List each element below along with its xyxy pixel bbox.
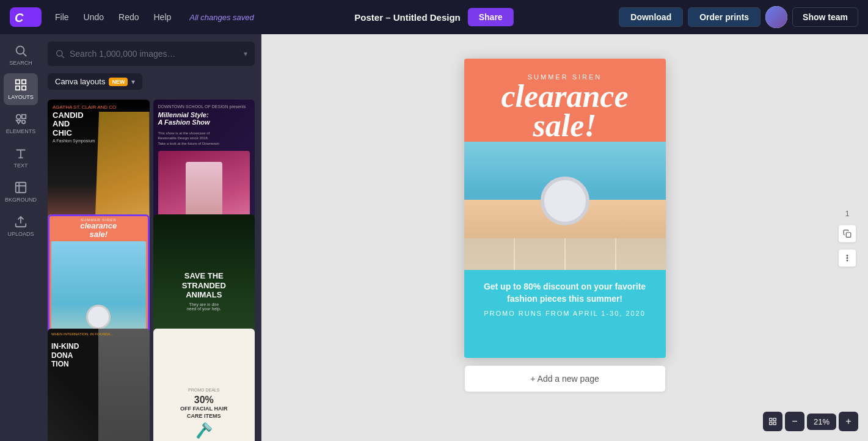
card-animals-sub: They are in direneed of your help. bbox=[158, 302, 250, 311]
card-candid-agency: AGATHA ST. CLAIR AND CO bbox=[53, 104, 145, 110]
sidebar-label-search: SEARCH bbox=[9, 60, 32, 66]
page-tools: 1 bbox=[839, 209, 856, 267]
avatar[interactable] bbox=[765, 6, 787, 28]
nav-right: Download Order prints Show team bbox=[619, 6, 858, 28]
svg-rect-6 bbox=[22, 86, 26, 90]
svg-rect-8 bbox=[22, 115, 26, 118]
avatar-image bbox=[765, 6, 787, 28]
poster-bottom: Get up to 80% discount on your favorite … bbox=[464, 270, 666, 358]
poster-top: SUMMER SIREN clearance sale! bbox=[464, 59, 666, 142]
card-facial-percent: 30% bbox=[194, 395, 214, 406]
sidebar-label-background: BKGROUND bbox=[5, 197, 37, 203]
search-input[interactable] bbox=[70, 49, 239, 59]
zoom-in-button[interactable]: + bbox=[839, 412, 858, 431]
svg-point-15 bbox=[847, 255, 848, 257]
svg-point-12 bbox=[57, 51, 62, 56]
poster[interactable]: SUMMER SIREN clearance sale! bbox=[464, 59, 666, 358]
card-facial-off: OFF FACIAL HAIRCARE ITEMS bbox=[180, 406, 227, 420]
svg-rect-3 bbox=[16, 80, 20, 84]
poster-promo: PROMO RUNS FROM APRIL 1-30, 2020 bbox=[476, 310, 654, 317]
card-facial-icon: 🪒 bbox=[195, 422, 213, 439]
card-animals-title: SAVE THESTRANDEDANIMALS bbox=[158, 271, 250, 300]
deck-plank-3 bbox=[566, 238, 615, 271]
svg-rect-19 bbox=[773, 418, 776, 421]
nav-menu: File Undo Redo Help bbox=[49, 9, 177, 26]
download-button[interactable]: Download bbox=[619, 7, 683, 27]
filter-arrow-icon: ▾ bbox=[131, 78, 135, 86]
undo-menu[interactable]: Undo bbox=[78, 9, 110, 26]
poster-image-container bbox=[464, 142, 666, 270]
svg-point-1 bbox=[16, 46, 24, 54]
redo-menu[interactable]: Redo bbox=[112, 9, 145, 26]
zoom-level: 21% bbox=[807, 414, 836, 430]
sidebar-item-background[interactable]: BKGROUND bbox=[4, 176, 38, 208]
panel-sidebar: ▾ Canva layouts NEW ▾ AGATHA ST. CLAIR A… bbox=[42, 34, 261, 441]
poster-bottom-text: Get up to 80% discount on your favorite … bbox=[476, 281, 654, 305]
poster-wrapper: SUMMER SIREN clearance sale! bbox=[464, 59, 666, 392]
pool-deck bbox=[464, 238, 666, 271]
card-clearance-eyebrow: SUMMER SIREN bbox=[51, 218, 146, 222]
poster-image bbox=[464, 142, 666, 270]
share-button[interactable]: Share bbox=[468, 8, 514, 26]
filter-label: Canva layouts bbox=[55, 77, 105, 86]
layout-grid: AGATHA ST. CLAIR AND CO CANDIDANDCHIC A … bbox=[42, 96, 261, 441]
layout-filter[interactable]: Canva layouts NEW ▾ bbox=[48, 73, 142, 90]
sidebar-label-text: TEXT bbox=[13, 162, 27, 169]
order-prints-button[interactable]: Order prints bbox=[688, 7, 760, 27]
zoom-out-button[interactable]: − bbox=[785, 412, 804, 431]
filter-badge: NEW bbox=[109, 78, 128, 86]
svg-rect-20 bbox=[770, 422, 772, 425]
help-menu[interactable]: Help bbox=[148, 9, 178, 26]
search-dropdown-arrow[interactable]: ▾ bbox=[244, 49, 247, 58]
sidebar-item-elements[interactable]: ELEMENTS bbox=[4, 108, 38, 139]
zoom-controls: − 21% + bbox=[763, 412, 858, 431]
card-clearance-hat bbox=[86, 305, 111, 329]
sidebar-label-elements: ELEMENTS bbox=[6, 128, 36, 134]
svg-rect-10 bbox=[16, 183, 26, 193]
search-icon bbox=[55, 49, 65, 59]
canvas-area[interactable]: SUMMER SIREN clearance sale! bbox=[261, 34, 868, 441]
svg-point-17 bbox=[847, 260, 848, 261]
svg-rect-18 bbox=[770, 418, 772, 421]
copy-page-button[interactable] bbox=[839, 225, 856, 242]
svg-rect-5 bbox=[16, 86, 20, 90]
design-title: Poster – Untitled Design bbox=[354, 12, 460, 23]
page-number-label: 1 bbox=[845, 209, 849, 218]
canva-logo[interactable]: C bbox=[10, 7, 42, 27]
card-clearance-title: clearancesale! bbox=[51, 222, 146, 239]
top-navigation: C File Undo Redo Help All changes saved … bbox=[0, 0, 868, 34]
svg-point-16 bbox=[847, 258, 848, 259]
autosave-status: All changes saved bbox=[189, 13, 254, 22]
layout-card-donation[interactable]: When Internation. in Founda… IN-KINDDONA… bbox=[48, 329, 150, 441]
poster-title-line2: sale! bbox=[476, 110, 654, 142]
sidebar-item-text[interactable]: TEXT bbox=[4, 142, 38, 173]
svg-rect-21 bbox=[773, 422, 776, 425]
search-box[interactable]: ▾ bbox=[48, 42, 255, 66]
svg-line-2 bbox=[23, 53, 26, 56]
svg-line-13 bbox=[62, 56, 64, 58]
icon-sidebar: SEARCH LAYOUTS ELEMENTS TEXT bbox=[0, 34, 42, 441]
svg-point-9 bbox=[22, 120, 26, 124]
layout-card-facial[interactable]: PROMO DEALS 30% OFF FACIAL HAIRCARE ITEM… bbox=[153, 329, 255, 441]
nav-center: Poster – Untitled Design Share bbox=[354, 8, 513, 26]
file-menu[interactable]: File bbox=[49, 9, 75, 26]
svg-text:C: C bbox=[15, 11, 24, 24]
card-millennial-title: Millennial Style:A Fashion Show bbox=[158, 111, 250, 126]
sidebar-item-uploads[interactable]: UPLOADS bbox=[4, 210, 38, 242]
sidebar-label-uploads: UPLOADS bbox=[7, 231, 34, 237]
filter-row: Canva layouts NEW ▾ bbox=[42, 71, 261, 96]
add-page-button[interactable]: + Add a new page bbox=[464, 365, 666, 392]
svg-point-7 bbox=[16, 115, 21, 119]
svg-rect-4 bbox=[22, 80, 26, 84]
show-team-button[interactable]: Show team bbox=[792, 7, 858, 27]
pool-hat bbox=[541, 177, 589, 225]
sidebar-item-layouts[interactable]: LAYOUTS bbox=[4, 73, 38, 105]
sidebar-item-search[interactable]: SEARCH bbox=[4, 39, 38, 71]
deck-plank-2 bbox=[515, 238, 564, 271]
more-options-button[interactable] bbox=[839, 250, 856, 267]
fullscreen-button[interactable] bbox=[763, 412, 782, 431]
card-facial-eyebrow: PROMO DEALS bbox=[188, 388, 219, 392]
card-donation-top: When Internation. in Founda… bbox=[51, 332, 146, 336]
search-row: ▾ bbox=[42, 34, 261, 71]
deck-plank-1 bbox=[464, 238, 514, 271]
